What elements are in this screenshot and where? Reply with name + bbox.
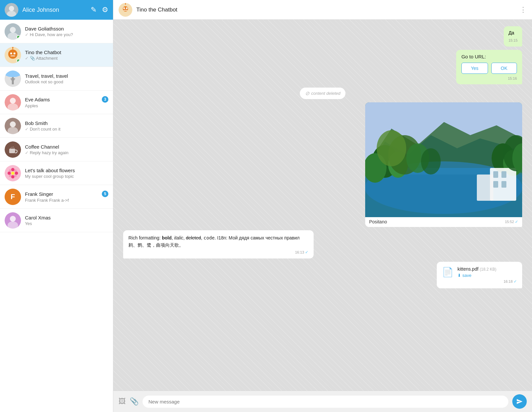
svg-point-4 — [10, 27, 16, 33]
chat-name-dave: Dave Goliathsson — [25, 26, 64, 31]
file-info: 📄 kittens.pdf (18.2 KB) ⬇ save — [442, 266, 517, 278]
chat-name-flowers: Let's talk about flowers — [25, 168, 75, 173]
deleted-text: content deleted — [311, 91, 341, 96]
image-time: 15:52 ✓ — [505, 219, 518, 224]
gallery-icon[interactable]: 🖼 — [119, 397, 126, 406]
online-indicator-tino — [16, 59, 20, 63]
chat-header-name: Tino the Chatbot — [136, 7, 516, 13]
message-row-6: 📄 kittens.pdf (18.2 KB) ⬇ save — [123, 262, 522, 288]
send-button[interactable] — [512, 394, 527, 409]
file-icon: 📄 — [442, 267, 454, 278]
ok-button[interactable]: OK — [491, 63, 517, 74]
attach-icon[interactable]: 📎 — [130, 397, 139, 406]
chat-preview-carol: Yes — [25, 221, 108, 226]
chat-item-coffee[interactable]: Coffee Channel ✓ Reply hazy try again — [0, 138, 113, 161]
chat-preview-bob: ✓ Don't count on it — [25, 127, 108, 132]
chat-name-travel: Travel, travel, travel — [25, 73, 68, 79]
svg-point-28 — [11, 168, 14, 171]
message-text-1: Да — [508, 30, 518, 36]
send-icon — [516, 398, 523, 405]
file-save-button[interactable]: ⬇ save — [457, 273, 517, 278]
sidebar-header: Alice Johnson ✎ ⚙ — [0, 0, 113, 20]
sidebar: Alice Johnson ✎ ⚙ — [0, 0, 113, 412]
image-positano — [365, 102, 522, 217]
richtext-check: ✓ — [305, 250, 308, 255]
url-label: Go to URL: — [461, 54, 517, 59]
chat-info-carol: Carol Xmas Yes — [25, 215, 108, 226]
yes-button[interactable]: Yes — [461, 63, 488, 74]
svg-rect-43 — [123, 10, 127, 11]
avatar-eve — [5, 94, 21, 111]
chat-item-dave[interactable]: Dave Goliathsson ✓ Hi Dave, how are you? — [0, 20, 113, 43]
chat-info-tino: Tino the Chatbot ✓ 📎 Attachment — [25, 50, 108, 61]
svg-point-7 — [8, 50, 17, 59]
file-time: 16:18 ✓ — [442, 279, 517, 284]
badge-frank: 5 — [102, 191, 108, 197]
online-indicator-dave — [16, 35, 20, 39]
chat-header-info: Tino the Chatbot — [136, 7, 516, 13]
svg-point-66 — [421, 148, 441, 175]
svg-point-8 — [10, 52, 12, 54]
url-buttons: Yes OK — [461, 63, 517, 74]
svg-point-30 — [8, 172, 11, 175]
svg-point-12 — [12, 47, 13, 48]
chat-info-frank: Frank Singer 5 Frank Frank Frank a->f — [25, 191, 108, 203]
file-name: kittens.pdf (18.2 KB) — [457, 266, 517, 272]
avatar-bob — [5, 118, 21, 134]
chat-item-eve[interactable]: Eve Adams 3 Apples — [0, 91, 113, 114]
chat-info-bob: Bob Smith ✓ Don't count on it — [25, 120, 108, 132]
message-row-3: ⊘ content deleted — [123, 88, 522, 99]
message-row-1: Да 15:15 — [123, 26, 522, 47]
svg-point-27 — [11, 172, 14, 175]
message-bubble-file: 📄 kittens.pdf (18.2 KB) ⬇ save — [437, 262, 522, 288]
chat-info-coffee: Coffee Channel ✓ Reply hazy try again — [25, 144, 108, 155]
svg-rect-16 — [11, 78, 15, 79]
svg-rect-59 — [501, 171, 506, 178]
avatar-flowers — [5, 165, 21, 181]
svg-point-32 — [9, 169, 11, 172]
message-bubble-1: Да 15:15 — [504, 26, 522, 47]
image-check: ✓ — [515, 219, 518, 224]
deleted-icon: ⊘ — [305, 90, 309, 96]
chat-preview-travel: Outlook not so good — [25, 79, 108, 84]
chat-preview-dave: ✓ Hi Dave, how are you? — [25, 32, 108, 37]
chat-item-bob[interactable]: Bob Smith ✓ Don't count on it — [0, 114, 113, 138]
chat-item-carol[interactable]: Carol Xmas Yes — [0, 209, 113, 232]
chat-item-frank[interactable]: F Frank Singer 5 Frank Frank Frank a->f — [0, 185, 113, 209]
settings-icon[interactable]: ⚙ — [102, 6, 108, 14]
download-icon: ⬇ — [457, 273, 461, 278]
svg-rect-25 — [9, 149, 15, 153]
app-container: Alice Johnson ✎ ⚙ — [0, 0, 532, 412]
svg-point-35 — [14, 175, 17, 177]
message-input[interactable] — [143, 396, 508, 408]
messages-area: Да 15:15 Go to URL: Yes OK — [113, 20, 532, 391]
chat-info-travel: Travel, travel, travel Outlook not so go… — [25, 73, 108, 84]
chat-header-menu[interactable]: ⋮ — [520, 6, 527, 14]
svg-rect-62 — [477, 175, 493, 201]
chat-preview-coffee: ✓ Reply hazy try again — [25, 150, 108, 155]
svg-rect-58 — [493, 171, 498, 178]
sidebar-header-icons: ✎ ⚙ — [91, 6, 108, 14]
svg-point-9 — [13, 52, 15, 54]
compose-icon[interactable]: ✎ — [91, 6, 97, 14]
chat-item-tino[interactable]: Tino the Chatbot ✓ 📎 Attachment — [0, 43, 113, 67]
message-time-2: 15:16 — [461, 76, 517, 80]
image-caption: Positano — [369, 219, 387, 224]
file-details: kittens.pdf (18.2 KB) ⬇ save — [457, 266, 517, 278]
file-check: ✓ — [514, 279, 517, 284]
avatar-coffee — [5, 141, 21, 158]
chat-list: Dave Goliathsson ✓ Hi Dave, how are you? — [0, 20, 113, 412]
chat-item-travel[interactable]: Travel, travel, travel Outlook not so go… — [0, 67, 113, 91]
chat-name-tino: Tino the Chatbot — [25, 50, 61, 55]
avatar-travel — [5, 71, 21, 87]
svg-rect-61 — [501, 181, 506, 188]
message-bubble-image: Positano 15:52 ✓ — [365, 102, 522, 227]
chat-item-flowers[interactable]: Let's talk about flowers My super cool g… — [0, 161, 113, 185]
chat-header: Tino the Chatbot ⋮ — [113, 0, 532, 20]
svg-point-22 — [10, 121, 16, 127]
chat-name-carol: Carol Xmas — [25, 215, 51, 220]
svg-point-31 — [15, 172, 18, 175]
svg-point-42 — [126, 7, 128, 9]
svg-point-45 — [125, 3, 126, 4]
message-bubble-url: Go to URL: Yes OK 15:16 — [456, 50, 522, 84]
